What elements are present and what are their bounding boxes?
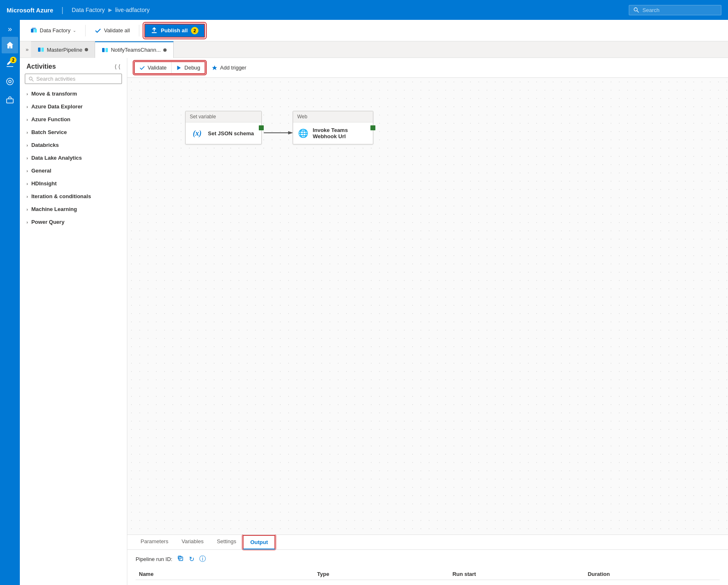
- group-hdinsight-label: HDInsight: [31, 180, 57, 187]
- canvas[interactable]: Set variable (x) Set JSON schema: [127, 78, 728, 535]
- tab-master-label: MasterPipeline: [47, 47, 82, 53]
- breadcrumb-factory[interactable]: live-adfactory: [115, 7, 150, 13]
- activity-group-datalake[interactable]: › Data Lake Analytics: [20, 151, 127, 164]
- svg-point-0: [634, 8, 637, 11]
- tab-output[interactable]: Output: [243, 535, 275, 549]
- activity-group-powerquery[interactable]: › Power Query: [20, 216, 127, 228]
- tab-variables[interactable]: Variables: [175, 535, 210, 549]
- connector-svg: [127, 78, 728, 535]
- pipeline-toolbar: Validate Debug Add trigger: [127, 58, 728, 78]
- tab-dot-1: [85, 48, 88, 51]
- brand-title: Microsoft Azure: [7, 7, 53, 14]
- node1-label: Set JSON schema: [208, 130, 254, 137]
- edit-badge: 2: [10, 57, 17, 63]
- activities-search-input[interactable]: [36, 76, 118, 82]
- sidebar-item-toolbox[interactable]: [2, 91, 18, 108]
- sidebar-expand[interactable]: »: [6, 23, 14, 35]
- group-function-label: Azure Function: [31, 116, 71, 122]
- tab-bar: » MasterPipeline NotifyTeamsChann...: [20, 41, 728, 58]
- validate-all-button[interactable]: Validate all: [91, 25, 134, 36]
- validate-all-label: Validate all: [104, 27, 130, 34]
- sidebar-item-edit[interactable]: 2: [2, 55, 18, 72]
- web-node[interactable]: Web 🌐 Invoke Teams Webhook Url: [293, 111, 373, 144]
- activity-group-hdinsight[interactable]: › HDInsight: [20, 177, 127, 190]
- activity-group-general[interactable]: › General: [20, 164, 127, 177]
- activities-panel: Activities ⟨ ⟨ › Move & transform: [20, 58, 127, 585]
- chevron-datalake-icon: ›: [26, 156, 28, 161]
- group-powerquery-label: Power Query: [31, 219, 64, 225]
- pipeline-canvas-area: Validate Debug Add trigger: [127, 58, 728, 585]
- activity-group-databricks[interactable]: › Databricks: [20, 139, 127, 151]
- svg-point-3: [7, 78, 13, 85]
- tab-parameters[interactable]: Parameters: [134, 535, 175, 549]
- tab-settings-label: Settings: [217, 538, 236, 544]
- top-bar: Microsoft Azure | Data Factory ▶ live-ad…: [0, 0, 728, 20]
- output-table-header: Name Type Run start Duration: [136, 568, 720, 580]
- pipeline-run-area: Pipeline run ID: ↻ ⓘ Name Type Run start…: [127, 550, 728, 585]
- sidebar-icons: » 2: [0, 20, 20, 585]
- tab-output-label: Output: [250, 539, 268, 545]
- activity-group-batch[interactable]: › Batch Service: [20, 126, 127, 139]
- group-ml-label: Machine Learning: [31, 206, 77, 212]
- activity-group-function[interactable]: › Azure Function: [20, 113, 127, 126]
- chevron-batch-icon: ›: [26, 130, 28, 135]
- node2-label: Invoke Teams Webhook Url: [313, 127, 368, 139]
- chevron-move-icon: ›: [26, 91, 28, 96]
- group-general-label: General: [31, 168, 51, 174]
- set-variable-node[interactable]: Set variable (x) Set JSON schema: [185, 111, 262, 144]
- validate-button[interactable]: Validate: [135, 62, 171, 73]
- bottom-panel: Parameters Variables Settings Output: [127, 535, 728, 585]
- content-area: Data Factory ⌄ Validate all Publish all …: [20, 20, 728, 585]
- publish-badge: 2: [191, 27, 198, 34]
- tab-settings[interactable]: Settings: [210, 535, 243, 549]
- node1-header: Set variable: [186, 111, 261, 122]
- add-trigger-label: Add trigger: [220, 65, 246, 71]
- info-icon[interactable]: ⓘ: [199, 555, 206, 563]
- tab-expand[interactable]: »: [23, 45, 31, 54]
- run-id-label: Pipeline run ID:: [136, 556, 172, 562]
- svg-rect-11: [41, 48, 44, 52]
- tab-parameters-label: Parameters: [141, 538, 168, 544]
- refresh-icon[interactable]: ↻: [189, 555, 194, 563]
- svg-rect-5: [7, 99, 13, 103]
- toolbar-sep2: [139, 25, 139, 36]
- chevron-explorer-icon: ›: [26, 104, 28, 109]
- validate-debug-group: Validate Debug: [134, 61, 205, 74]
- activity-group-move[interactable]: › Move & transform: [20, 87, 127, 100]
- validate-icon: [95, 27, 101, 34]
- nav-separator: |: [62, 6, 64, 14]
- activity-group-ml[interactable]: › Machine Learning: [20, 203, 127, 216]
- global-search[interactable]: [629, 5, 721, 15]
- svg-rect-12: [102, 48, 105, 52]
- activities-header: Activities ⟨ ⟨: [20, 58, 127, 74]
- chevron-hdinsight-icon: ›: [26, 181, 28, 186]
- collapse-icon2[interactable]: ⟨: [118, 63, 120, 70]
- activities-controls[interactable]: ⟨ ⟨: [115, 63, 120, 70]
- debug-label: Debug: [184, 65, 200, 71]
- tab-master-pipeline[interactable]: MasterPipeline: [31, 41, 95, 58]
- activity-group-explorer[interactable]: › Azure Data Explorer: [20, 100, 127, 113]
- svg-rect-2: [7, 66, 13, 67]
- copy-icon[interactable]: [177, 555, 184, 563]
- node2-header: Web: [293, 111, 373, 122]
- collapse-icon[interactable]: ⟨: [115, 63, 117, 70]
- chevron-ml-icon: ›: [26, 207, 28, 212]
- group-datalake-label: Data Lake Analytics: [31, 155, 82, 161]
- main-layout: » 2 Data Factory ⌄ Validate all: [0, 20, 728, 585]
- svg-rect-6: [31, 29, 33, 32]
- data-factory-menu[interactable]: Data Factory ⌄: [26, 25, 80, 36]
- bottom-tab-bar: Parameters Variables Settings Output: [127, 535, 728, 550]
- tab-notify-label: NotifyTeamsChann...: [111, 47, 161, 53]
- search-input[interactable]: [642, 7, 717, 13]
- tab-notify[interactable]: NotifyTeamsChann...: [95, 41, 174, 58]
- validate-check-icon: [139, 65, 145, 71]
- publish-all-button[interactable]: Publish all 2: [144, 24, 205, 38]
- sidebar-item-home[interactable]: [2, 37, 18, 53]
- activity-group-iteration[interactable]: › Iteration & conditionals: [20, 190, 127, 203]
- group-batch-label: Batch Service: [31, 129, 67, 135]
- sidebar-item-monitor[interactable]: [2, 73, 18, 90]
- breadcrumb-df[interactable]: Data Factory: [72, 7, 105, 13]
- activities-search-box[interactable]: [25, 74, 122, 84]
- debug-button[interactable]: Debug: [172, 62, 205, 73]
- add-trigger-button[interactable]: Add trigger: [207, 62, 251, 73]
